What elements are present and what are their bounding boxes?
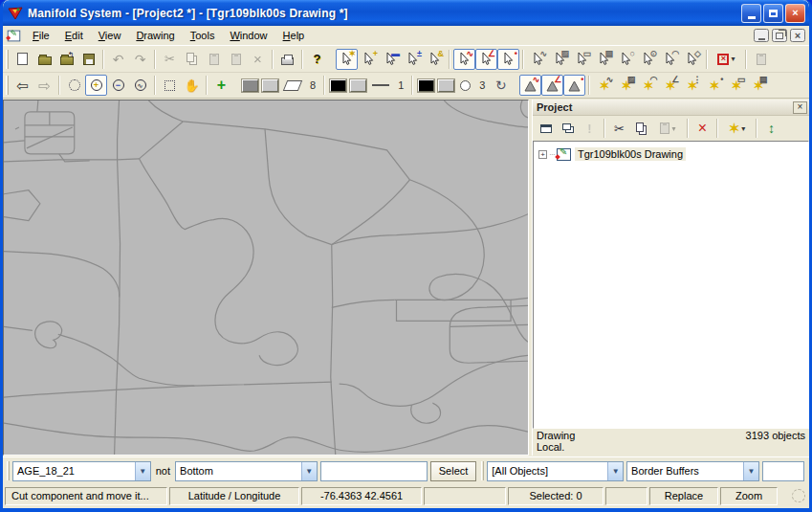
transform-box-button[interactable]: ✶▭ — [725, 75, 747, 96]
map-canvas[interactable] — [3, 100, 529, 456]
touch-lines-button[interactable]: ∠ — [475, 49, 497, 70]
toolbar-grip[interactable] — [481, 461, 484, 480]
field-combo[interactable]: AGE_18_21▼ — [12, 461, 151, 481]
transform-angle-button[interactable]: ✶∠ — [659, 75, 681, 96]
pan-button[interactable]: ✋ — [181, 75, 203, 96]
toolbar-grip[interactable] — [6, 50, 9, 69]
paste-button[interactable] — [203, 49, 225, 70]
transform-dots-button[interactable]: ✶⋮ — [681, 75, 703, 96]
expand-icon[interactable]: + — [538, 150, 547, 159]
paste-as-button[interactable] — [750, 49, 772, 70]
new-button[interactable] — [11, 49, 33, 70]
area-foreground-swatch[interactable] — [242, 79, 258, 92]
area-background-swatch[interactable] — [262, 79, 278, 92]
snap-areas-button[interactable]: ∿ — [519, 75, 541, 96]
project-panel-close-icon[interactable]: × — [793, 101, 807, 114]
zoom-out-button[interactable]: − — [107, 75, 129, 96]
select-polygon-button[interactable]: ◇ — [681, 49, 703, 70]
mdi-restore-button[interactable] — [772, 29, 787, 42]
minimize-button[interactable] — [741, 4, 761, 23]
select-formula-button[interactable]: & — [424, 49, 446, 70]
line-style-picker[interactable] — [368, 75, 393, 96]
maximize-button[interactable] — [763, 4, 783, 23]
select-circle-center-button[interactable]: ⊙ — [637, 49, 659, 70]
open-button[interactable] — [33, 49, 55, 70]
select-invert-button[interactable]: ± — [402, 49, 424, 70]
point-style-picker[interactable] — [456, 75, 474, 96]
import-button[interactable] — [55, 49, 77, 70]
chevron-down-icon[interactable]: ▼ — [743, 462, 758, 480]
point-background-swatch[interactable] — [438, 79, 454, 92]
create-component-button[interactable]: ✶▾ — [721, 118, 753, 139]
mode-combo[interactable]: Bottom▼ — [175, 461, 318, 481]
line-background-swatch[interactable] — [350, 79, 366, 92]
zoom-fit-button[interactable]: ∿ — [129, 75, 151, 96]
select-add-button[interactable]: + — [358, 49, 380, 70]
help-button[interactable]: ? — [306, 49, 328, 70]
delete-button[interactable]: × — [691, 118, 713, 139]
resize-grip[interactable] — [792, 489, 807, 502]
float-panel-button[interactable] — [535, 118, 557, 139]
trailing-input[interactable] — [762, 461, 804, 481]
snap-lines-button[interactable]: ∠ — [541, 75, 563, 96]
redo-button[interactable]: ↷ — [129, 49, 151, 70]
properties-button[interactable]: ! — [579, 118, 601, 139]
menu-item-view[interactable]: View — [91, 27, 129, 44]
tree-item[interactable]: +···Tgr109blk00s Drawing — [534, 145, 808, 163]
menu-item-help[interactable]: Help — [275, 27, 313, 44]
stack-panel-button[interactable] — [557, 118, 579, 139]
value-input[interactable] — [320, 461, 428, 481]
select-new-button[interactable]: ✶ — [336, 49, 358, 70]
rotate-button[interactable]: ↻ — [490, 75, 512, 96]
area-style-picker[interactable] — [280, 75, 305, 96]
zoom-in-button[interactable]: + — [85, 75, 107, 96]
snap-points-button[interactable]: • — [563, 75, 585, 96]
menu-item-tools[interactable]: Tools — [183, 27, 223, 44]
select-circle-button[interactable]: ○ — [615, 49, 637, 70]
point-foreground-swatch[interactable] — [418, 79, 434, 92]
close-button[interactable]: × — [785, 4, 805, 23]
chevron-down-icon[interactable]: ▼ — [607, 462, 623, 480]
transform-point-button[interactable]: ✶• — [703, 75, 725, 96]
print-button[interactable] — [276, 49, 298, 70]
save-button[interactable] — [77, 49, 99, 70]
view-bounds-button[interactable] — [63, 75, 85, 96]
insert-button[interactable]: + — [210, 75, 232, 96]
mdi-close-button[interactable]: × — [790, 29, 805, 42]
copy-button[interactable] — [181, 49, 203, 70]
back-button[interactable]: ⇦ — [11, 75, 33, 96]
toolbar-grip[interactable] — [6, 76, 9, 95]
line-foreground-swatch[interactable] — [330, 79, 346, 92]
refresh-button[interactable]: ↕ — [760, 118, 782, 139]
transform-arc-button[interactable]: ✶◠ — [637, 75, 659, 96]
clear-selection-button[interactable]: ×▾ — [711, 49, 742, 70]
menu-item-edit[interactable]: Edit — [57, 27, 91, 44]
forward-button[interactable]: ⇨ — [33, 75, 55, 96]
grid-button[interactable] — [159, 75, 181, 96]
select-subtract-button[interactable]: ▬ — [380, 49, 402, 70]
select-overlap-button[interactable]: ▨ — [549, 49, 571, 70]
menu-item-window[interactable]: Window — [222, 27, 274, 44]
chevron-down-icon[interactable]: ▼ — [135, 462, 150, 480]
undo-button[interactable]: ↶ — [107, 49, 129, 70]
select-arc-button[interactable]: ◠ — [659, 49, 681, 70]
touch-points-button[interactable]: • — [497, 49, 519, 70]
chevron-down-icon[interactable]: ▼ — [301, 462, 317, 480]
transform-box2-button[interactable]: ✶▤ — [747, 75, 769, 96]
objects-combo[interactable]: [All Objects]▼ — [487, 461, 624, 481]
cut-button[interactable]: ✂ — [608, 118, 630, 139]
cut-button[interactable]: ✂ — [159, 49, 181, 70]
select-touch-button[interactable]: ∿ — [527, 49, 549, 70]
menu-item-drawing[interactable]: Drawing — [128, 27, 182, 44]
select-button[interactable]: Select — [430, 461, 477, 481]
mdi-minimize-button[interactable] — [754, 29, 769, 42]
menu-item-file[interactable]: File — [25, 27, 57, 44]
touch-select-button[interactable]: ∿ — [453, 49, 475, 70]
paste-append-button[interactable] — [225, 49, 247, 70]
saved-selection-combo[interactable]: Border Buffers▼ — [626, 461, 759, 481]
select-box-button[interactable]: ▭ — [571, 49, 593, 70]
delete-button[interactable]: × — [247, 49, 269, 70]
copy-button[interactable] — [630, 118, 652, 139]
select-box-touch-button[interactable]: ▤ — [593, 49, 615, 70]
transform-touch-button[interactable]: ✶∿ — [593, 75, 615, 96]
